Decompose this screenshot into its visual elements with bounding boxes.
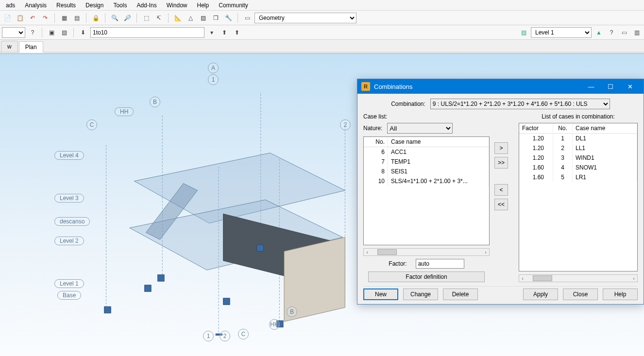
menu-loads[interactable]: ads	[1, 1, 20, 10]
tab-plan[interactable]: Plan	[19, 41, 43, 52]
menu-addins[interactable]: Add-Ins	[132, 1, 161, 10]
maximize-icon[interactable]: ☐	[601, 79, 620, 94]
add-all-button[interactable]: >>	[494, 157, 508, 169]
svg-rect-16	[223, 298, 230, 305]
view-icon[interactable]: ▭	[619, 27, 629, 38]
calendar-icon[interactable]: ▦	[59, 13, 69, 23]
layout-combo[interactable]: Geometry	[254, 13, 356, 23]
menu-tools[interactable]: Tools	[108, 1, 132, 10]
help-small-icon[interactable]: ?	[27, 27, 38, 38]
load-icon[interactable]: ⬇	[78, 27, 88, 38]
list-item[interactable]: 8SEIS1	[364, 167, 489, 176]
h-scrollbar[interactable]: ‹›	[363, 248, 490, 256]
undo-icon[interactable]: ↶	[27, 13, 38, 23]
combination-select[interactable]: 9 : ULS/2=1*1.20 + 2*1.20 + 3*1.20 + 4*1…	[430, 99, 610, 109]
section-icon[interactable]: △	[185, 13, 196, 23]
grid-label: 2	[220, 331, 230, 341]
down-icon[interactable]: ▾	[206, 27, 217, 38]
cube-icon[interactable]: ❒	[210, 13, 221, 23]
help-button[interactable]: Help	[603, 288, 638, 300]
layers-icon[interactable]: ▭	[242, 13, 253, 23]
add-button[interactable]: >	[494, 142, 508, 154]
grid-label: C	[86, 119, 97, 130]
col-no: No.	[364, 137, 388, 147]
combination-label: Combination:	[391, 101, 425, 107]
select-icon[interactable]: ⬚	[141, 13, 152, 23]
stack-icon[interactable]: ▧	[59, 27, 69, 38]
apply-button[interactable]: Apply	[523, 288, 558, 300]
list-item[interactable]: 1.201DL1	[519, 134, 637, 143]
level-label: Level 2	[54, 237, 84, 245]
analyze-icon[interactable]: ▨	[198, 13, 208, 23]
new-button[interactable]: New	[363, 288, 398, 300]
level-label: HH	[115, 107, 134, 116]
grid-icon[interactable]: ▤	[71, 13, 82, 23]
level-label: descanso	[54, 217, 90, 226]
nature-select[interactable]: All	[387, 123, 453, 134]
menu-analysis[interactable]: Analysis	[20, 1, 51, 10]
col-no: No.	[553, 123, 573, 133]
col-name: Case name	[573, 123, 637, 133]
level-label: Base	[57, 291, 81, 300]
story-help-icon[interactable]: ?	[606, 27, 617, 38]
view-tabs: w Plan	[0, 40, 644, 52]
wrench-icon[interactable]: 🔧	[223, 13, 234, 23]
combinations-dialog: R Combinations — ☐ ✕ Combination: 9 : UL…	[357, 79, 644, 305]
view2-icon[interactable]: ▥	[631, 27, 642, 38]
selection-input[interactable]	[90, 27, 204, 38]
menu-help[interactable]: Help	[192, 1, 214, 10]
menu-window[interactable]: Window	[162, 1, 192, 10]
factor-label: Factor:	[389, 260, 407, 267]
close-button[interactable]: Close	[563, 288, 598, 300]
measure-icon[interactable]: 📐	[172, 13, 183, 23]
grid-label: B	[150, 97, 160, 107]
h-scrollbar[interactable]: ‹›	[519, 274, 638, 282]
apply-load-icon[interactable]: ⬆	[219, 27, 230, 38]
menu-community[interactable]: Community	[214, 1, 253, 10]
toolbar-selection: ? ▣ ▧ ⬇ ▾ ⬆ ⬆ ▤ Level 1 ▲ ? ▭ ▥	[0, 25, 644, 40]
list-item[interactable]: 10SLS/4=1*1.00 + 2*1.00 + 3*...	[364, 176, 489, 186]
svg-rect-17	[257, 245, 264, 252]
lock-icon[interactable]: 🔒	[90, 13, 101, 23]
list-item[interactable]: 1.202LL1	[519, 143, 637, 153]
paste-icon[interactable]: 📋	[15, 13, 25, 23]
grid-label: 2	[340, 119, 351, 130]
zoom-icon[interactable]: 🔍	[109, 13, 120, 23]
grid-label: B	[287, 306, 297, 317]
case-list-label: Case list:	[363, 113, 490, 120]
list-item[interactable]: 1.604SNOW1	[519, 163, 637, 172]
menu-results[interactable]: Results	[51, 1, 81, 10]
apply-load2-icon[interactable]: ⬆	[232, 27, 242, 38]
dialog-titlebar[interactable]: R Combinations — ☐ ✕	[357, 79, 644, 94]
remove-all-button[interactable]: <<	[494, 199, 508, 210]
comb-list-label: List of cases in combination:	[519, 113, 638, 120]
grid-label: A	[208, 63, 219, 73]
list-item[interactable]: 7TEMP1	[364, 157, 489, 167]
menu-design[interactable]: Design	[81, 1, 108, 10]
list-item[interactable]: 1.605LR1	[519, 172, 637, 182]
story-icon[interactable]: ▤	[518, 27, 529, 38]
change-button[interactable]: Change	[403, 288, 438, 300]
remove-button[interactable]: <	[494, 184, 508, 196]
combination-list[interactable]: Factor No. Case name 1.201DL1 1.202LL1 1…	[519, 123, 638, 271]
list-item[interactable]: 1.203WIND1	[519, 153, 637, 163]
case-list[interactable]: No. Case name 6ACC1 7TEMP1 8SEIS1 10SLS/…	[363, 136, 490, 245]
delete-button[interactable]: Delete	[443, 288, 478, 300]
redo-icon[interactable]: ↷	[40, 13, 51, 23]
tab-view[interactable]: w	[1, 41, 18, 52]
window-icon[interactable]: ▣	[46, 27, 57, 38]
selection-type-combo[interactable]	[2, 27, 25, 38]
zoom-region-icon[interactable]: 🔎	[122, 13, 133, 23]
factor-definition-button[interactable]: Factor definition	[368, 271, 485, 282]
list-item[interactable]: 6ACC1	[364, 147, 489, 157]
new-icon[interactable]: 📄	[2, 13, 13, 23]
minimize-icon[interactable]: —	[581, 79, 601, 94]
grid-label: 1	[208, 74, 219, 85]
story-up-icon[interactable]: ▲	[593, 27, 604, 38]
level-combo[interactable]: Level 1	[531, 27, 592, 38]
factor-input[interactable]	[416, 259, 464, 269]
axis-icon[interactable]: ↸	[153, 13, 164, 23]
menu-bar: ads Analysis Results Design Tools Add-In…	[0, 0, 644, 11]
close-icon[interactable]: ✕	[620, 79, 640, 94]
svg-rect-11	[104, 306, 111, 313]
